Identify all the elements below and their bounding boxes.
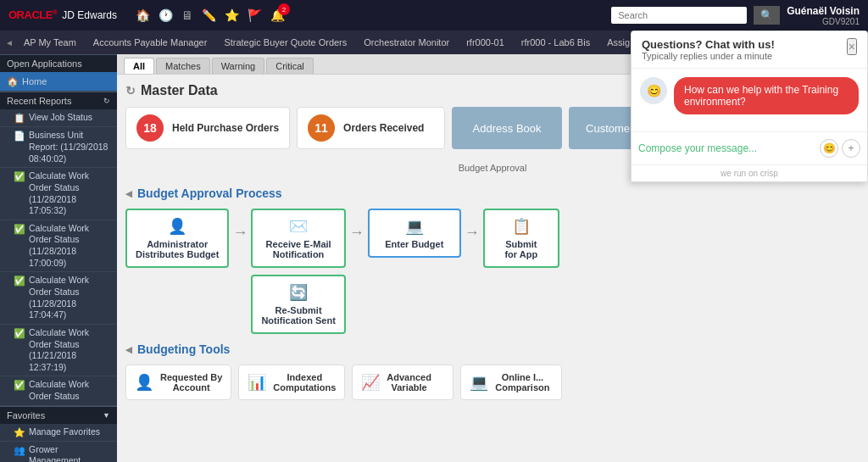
monitor-icon[interactable]: 🖥 bbox=[181, 8, 193, 22]
submit-step-label: Submit for App bbox=[504, 239, 537, 259]
arrow-icon-1: → bbox=[229, 224, 251, 242]
email-step-icon: ✉️ bbox=[261, 217, 335, 236]
tab-critical[interactable]: Critical bbox=[266, 58, 314, 74]
process-step-administrator[interactable]: 👤 Administrator Distributes Budget bbox=[125, 209, 229, 268]
search-button[interactable]: 🔍 bbox=[754, 6, 780, 25]
top-nav: ORACLE® JD Edwards 🏠 🕐 🖥 ✏️ ⭐ 🚩 🔔 2 🔍 Gu… bbox=[0, 0, 868, 31]
second-nav-rfr000-01[interactable]: rfr000-01 bbox=[459, 35, 511, 50]
sidebar-item-calc-1[interactable]: ✅ Calculate Work Order Status (11/28/201… bbox=[0, 168, 117, 220]
chat-avatar: 😊 bbox=[640, 77, 667, 104]
calc-2-label: Calculate Work Order Status (11/28/2018 … bbox=[29, 223, 110, 270]
view-job-label: View Job Status bbox=[29, 112, 92, 124]
admin-step-icon: 👤 bbox=[136, 217, 219, 236]
orders-received-count: 11 bbox=[308, 114, 335, 142]
enter-budget-icon: 💻 bbox=[378, 217, 451, 236]
grower-mgmt-label: Grower Management bbox=[29, 444, 110, 462]
calc-1-label: Calculate Work Order Status (11/28/2018 … bbox=[29, 170, 110, 217]
business-unit-label: Business Unit Report: (11/29/2018 08:40:… bbox=[29, 130, 110, 164]
chat-footer: we run on crisp bbox=[632, 164, 867, 181]
recent-reports-header[interactable]: Recent Reports ↻ bbox=[0, 92, 117, 109]
advanced-label: Advanced Variable bbox=[387, 372, 431, 392]
manage-favs-icon: ⭐ bbox=[14, 427, 25, 438]
chat-input-row: 😊 + bbox=[632, 131, 867, 164]
second-nav-ap-my-team[interactable]: AP My Team bbox=[17, 35, 83, 50]
chat-input[interactable] bbox=[638, 142, 815, 154]
advanced-icon: 📈 bbox=[361, 373, 380, 392]
flow-arrow-2: → bbox=[346, 224, 368, 242]
sidebar-item-business-unit[interactable]: 📄 Business Unit Report: (11/29/2018 08:4… bbox=[0, 127, 117, 168]
process-step-email[interactable]: ✉️ Receive E-Mail Notification bbox=[251, 209, 345, 268]
open-applications-header[interactable]: Open Applications bbox=[0, 54, 117, 72]
recent-reports-refresh-icon[interactable]: ↻ bbox=[103, 97, 110, 105]
home-icon: 🏠 bbox=[7, 76, 19, 87]
sidebar-item-calc-5[interactable]: ✅ Calculate Work Order Status bbox=[0, 376, 117, 405]
process-step-submit[interactable]: 📋 Submit for App bbox=[483, 209, 559, 268]
sidebar-item-calc-2[interactable]: ✅ Calculate Work Order Status (11/28/201… bbox=[0, 220, 117, 273]
clock-icon[interactable]: 🕐 bbox=[159, 8, 173, 22]
edit-icon[interactable]: ✏️ bbox=[202, 8, 216, 22]
sidebar-item-grower-mgmt[interactable]: 👥 Grower Management bbox=[0, 442, 117, 462]
user-name: Guénaël Voisin bbox=[787, 5, 860, 17]
calc-2-icon: ✅ bbox=[14, 224, 25, 235]
open-apps-label: Open Applications bbox=[7, 58, 82, 69]
send-button[interactable]: + bbox=[842, 139, 860, 158]
sidebar-item-calc-3[interactable]: ✅ Calculate Work Order Status (11/28/201… bbox=[0, 272, 117, 325]
second-nav-strategic-buyer[interactable]: Strategic Buyer Quote Orders bbox=[217, 35, 353, 50]
tool-online-comparison[interactable]: 💻 Online I... Comparison bbox=[460, 365, 562, 400]
budget-approval-title: Budget Approval Process bbox=[125, 186, 860, 200]
calc-3-icon: ✅ bbox=[14, 276, 25, 287]
process-step-resubmit[interactable]: 🔄 Re-Submit Notification Sent bbox=[251, 275, 345, 334]
second-nav-rfr000-lab6[interactable]: rfr000 - Lab6 Bis bbox=[515, 35, 597, 50]
tool-advanced-variable[interactable]: 📈 Advanced Variable bbox=[352, 365, 453, 400]
tool-requested-by[interactable]: 👤 Requested By Account bbox=[125, 365, 231, 400]
admin-step-label: Administrator Distributes Budget bbox=[136, 239, 219, 259]
calc-1-icon: ✅ bbox=[14, 171, 25, 182]
budgeting-tools-title: Budgeting Tools bbox=[125, 342, 860, 356]
tool-indexed-computations[interactable]: 📊 Indexed Computations bbox=[238, 365, 345, 400]
tab-all[interactable]: All bbox=[124, 58, 154, 74]
sidebar-item-view-job-status[interactable]: 📋 View Job Status bbox=[0, 109, 117, 127]
home-label: Home bbox=[22, 75, 47, 87]
grower-mgmt-icon: 👥 bbox=[14, 445, 25, 456]
process-flow-container: 👤 Administrator Distributes Budget → ✉️ … bbox=[125, 209, 860, 334]
alert-card-held-purchase[interactable]: 18 Held Purchase Orders bbox=[125, 107, 290, 149]
sidebar-item-manage-favs[interactable]: ⭐ Manage Favorites bbox=[0, 424, 117, 442]
nav-prev-icon[interactable]: ◄ bbox=[5, 38, 14, 47]
calc-4-icon: ✅ bbox=[14, 328, 25, 339]
process-step-enter-budget[interactable]: 💻 Enter Budget bbox=[368, 209, 461, 258]
email-step-label: Receive E-Mail Notification bbox=[266, 239, 331, 259]
enter-budget-label: Enter Budget bbox=[385, 239, 443, 249]
favorites-arrow-icon[interactable]: ▼ bbox=[103, 411, 110, 420]
online-label: Online I... Comparison bbox=[495, 372, 549, 392]
budget-approval-section: Budget Approval Process 👤 Administrator … bbox=[125, 186, 860, 334]
chat-widget: Questions? Chat with us! Typically repli… bbox=[631, 31, 868, 182]
second-nav-accounts-payable[interactable]: Accounts Payable Manager bbox=[86, 35, 214, 50]
resubmit-step-label: Re-Submit Notification Sent bbox=[261, 305, 335, 326]
emoji-button[interactable]: 😊 bbox=[820, 139, 838, 158]
alert-card-orders-received[interactable]: 11 Orders Received bbox=[297, 107, 445, 149]
home-nav-icon[interactable]: 🏠 bbox=[136, 8, 150, 22]
address-book-button[interactable]: Address Book bbox=[452, 107, 562, 149]
requested-by-label: Requested By Account bbox=[160, 372, 222, 392]
refresh-icon[interactable]: ↻ bbox=[125, 84, 136, 97]
bell-icon[interactable]: 🔔 2 bbox=[270, 8, 285, 22]
flag-icon[interactable]: 🚩 bbox=[248, 8, 262, 22]
star-icon[interactable]: ⭐ bbox=[225, 8, 239, 22]
online-icon: 💻 bbox=[470, 373, 488, 392]
chat-bubble: How can we help with the Training enviro… bbox=[674, 77, 859, 114]
favorites-header[interactable]: Favorites ▼ bbox=[0, 406, 117, 424]
sidebar-item-calc-4[interactable]: ✅ Calculate Work Order Status (11/21/201… bbox=[0, 325, 117, 377]
step-column-2: ✉️ Receive E-Mail Notification 🔄 Re-Subm… bbox=[251, 209, 345, 334]
master-data-title: Master Data bbox=[141, 83, 218, 98]
second-nav-orchestrator[interactable]: Orchestrator Monitor bbox=[357, 35, 456, 50]
chat-subtitle: Typically replies under a minute bbox=[642, 51, 775, 61]
search-input[interactable] bbox=[611, 7, 747, 24]
chat-close-button[interactable]: × bbox=[847, 38, 857, 55]
tab-warning[interactable]: Warning bbox=[212, 58, 265, 74]
sidebar-item-home[interactable]: 🏠 Home bbox=[0, 72, 117, 92]
chat-send-icons: 😊 + bbox=[820, 139, 860, 158]
nav-right: 🔍 Guénaël Voisin GDV9201 bbox=[611, 5, 860, 26]
jde-logo: JD Edwards bbox=[62, 9, 117, 21]
indexed-label: Indexed Computations bbox=[273, 372, 336, 392]
tab-matches[interactable]: Matches bbox=[156, 58, 210, 74]
